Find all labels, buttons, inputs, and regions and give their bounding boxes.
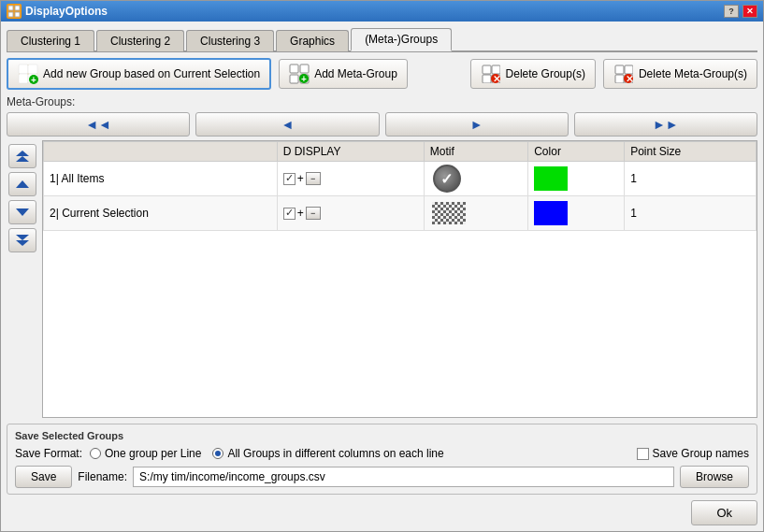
row-controls: [7, 140, 38, 418]
tab-graphics[interactable]: Graphics: [276, 30, 349, 51]
nav-back-fast[interactable]: ◄◄: [7, 112, 190, 137]
svg-text:+: +: [301, 74, 307, 84]
svg-rect-11: [290, 65, 298, 73]
svg-rect-3: [15, 12, 20, 17]
browse-button[interactable]: Browse: [680, 466, 749, 488]
row2-display-checkbox[interactable]: [283, 208, 296, 220]
save-button[interactable]: Save: [15, 466, 72, 488]
app-icon: [7, 4, 22, 19]
filename-input[interactable]: [133, 467, 674, 487]
add-meta-button[interactable]: + Add Meta-Group: [279, 59, 408, 89]
svg-rect-12: [300, 65, 309, 73]
delete-meta-button[interactable]: ✕ Delete Meta-Group(s): [603, 59, 757, 89]
move-up-button[interactable]: [8, 172, 36, 196]
nav-forward[interactable]: ►: [385, 112, 569, 137]
svg-rect-2: [8, 12, 13, 17]
save-names-checkbox[interactable]: [637, 448, 649, 460]
svg-marker-31: [16, 180, 29, 188]
meta-groups-label: Meta-Groups:: [7, 95, 757, 108]
nav-forward-fast[interactable]: ►►: [574, 112, 757, 137]
tab-clustering1[interactable]: Clustering 1: [7, 30, 94, 51]
row1-display-checkbox[interactable]: [283, 173, 296, 185]
row2-display-minus[interactable]: −: [306, 207, 321, 220]
row2-name: 2| Current Selection: [44, 196, 278, 231]
svg-rect-23: [615, 65, 624, 74]
svg-marker-32: [16, 208, 29, 216]
svg-rect-18: [492, 65, 500, 74]
row2-display[interactable]: + −: [277, 196, 424, 231]
add-group-button[interactable]: + Add new Group based on Current Selecti…: [7, 58, 271, 90]
col-point-size: Point Size: [625, 142, 757, 162]
table-row: 1| All Items + − ✓: [44, 162, 757, 196]
row2-motif-checkered: [432, 202, 466, 224]
titlebar-controls: ? ✕: [724, 5, 757, 18]
add-meta-label: Add Meta-Group: [314, 67, 397, 80]
row1-name: 1| All Items: [44, 162, 278, 196]
save-names-row: Save Group names: [637, 447, 749, 460]
row2-point-size: 1: [625, 196, 757, 231]
tab-bar: Clustering 1 Clustering 2 Clustering 3 G…: [7, 27, 757, 52]
window-title: DisplayOptions: [25, 5, 108, 18]
save-section-title: Save Selected Groups: [15, 430, 749, 441]
row2-color-swatch[interactable]: [534, 201, 568, 225]
titlebar: DisplayOptions ? ✕: [1, 1, 763, 22]
filename-label: Filename:: [78, 470, 127, 483]
svg-rect-13: [290, 75, 298, 83]
svg-marker-33: [16, 235, 29, 240]
delete-group-label: Delete Group(s): [506, 67, 585, 80]
row1-display-minus[interactable]: −: [306, 172, 321, 185]
delete-group-icon: ✕: [481, 64, 501, 84]
format-row: Save Format: One group per Line All Grou…: [15, 447, 749, 460]
radio-all-icon[interactable]: [212, 448, 223, 459]
nav-row: ◄◄ ◄ ► ►►: [7, 112, 757, 137]
row1-motif[interactable]: ✓: [424, 162, 527, 196]
add-group-icon: +: [18, 64, 38, 84]
titlebar-left: DisplayOptions: [7, 4, 108, 19]
row1-color-swatch[interactable]: [534, 166, 568, 191]
row2-color[interactable]: [528, 196, 625, 231]
help-button[interactable]: ?: [724, 5, 739, 18]
svg-text:✕: ✕: [493, 74, 500, 83]
svg-rect-25: [615, 75, 624, 83]
file-row: Save Filename: Browse: [15, 466, 749, 488]
ok-button[interactable]: Ok: [691, 500, 757, 525]
radio-one-per-line[interactable]: One group per Line: [90, 447, 201, 460]
row2-motif[interactable]: [424, 196, 527, 231]
col-display: D DISPLAY: [277, 142, 424, 162]
svg-rect-6: [28, 65, 37, 74]
svg-rect-17: [483, 65, 491, 74]
main-area: D DISPLAY Motif Color Point Size 1| All …: [7, 140, 757, 418]
tab-clustering2[interactable]: Clustering 2: [96, 30, 184, 51]
radio-one-icon[interactable]: [90, 448, 101, 459]
svg-marker-29: [16, 151, 29, 156]
radio-all-label: All Groups in different columns on each …: [227, 447, 443, 460]
save-section: Save Selected Groups Save Format: One gr…: [7, 424, 757, 495]
format-label: Save Format:: [15, 447, 82, 460]
add-group-label: Add new Group based on Current Selection: [43, 67, 260, 80]
svg-rect-7: [19, 74, 28, 83]
delete-group-button[interactable]: ✕ Delete Group(s): [470, 59, 596, 89]
move-top-button[interactable]: [8, 144, 36, 168]
svg-rect-1: [15, 6, 20, 10]
close-button[interactable]: ✕: [742, 5, 757, 18]
svg-rect-24: [625, 65, 633, 74]
content-area: Clustering 1 Clustering 2 Clustering 3 G…: [1, 22, 763, 531]
delete-meta-icon: ✕: [613, 64, 634, 84]
tab-meta-groups[interactable]: (Meta-)Groups: [351, 28, 452, 51]
row1-color[interactable]: [528, 162, 625, 196]
nav-back[interactable]: ◄: [195, 112, 379, 137]
col-color: Color: [528, 142, 625, 162]
move-down-button[interactable]: [8, 200, 36, 224]
svg-rect-19: [483, 75, 491, 83]
row1-point-size: 1: [625, 162, 757, 196]
radio-all-columns[interactable]: All Groups in different columns on each …: [212, 447, 443, 460]
delete-meta-label: Delete Meta-Group(s): [639, 67, 747, 80]
move-bottom-button[interactable]: [8, 228, 36, 252]
main-window: DisplayOptions ? ✕ Clustering 1 Clusteri…: [0, 0, 764, 532]
svg-text:✕: ✕: [626, 74, 633, 83]
tab-clustering3[interactable]: Clustering 3: [186, 30, 274, 51]
save-names-label: Save Group names: [653, 447, 749, 460]
row1-display[interactable]: + −: [277, 162, 424, 196]
svg-rect-5: [19, 65, 28, 74]
add-meta-icon: +: [289, 64, 310, 84]
